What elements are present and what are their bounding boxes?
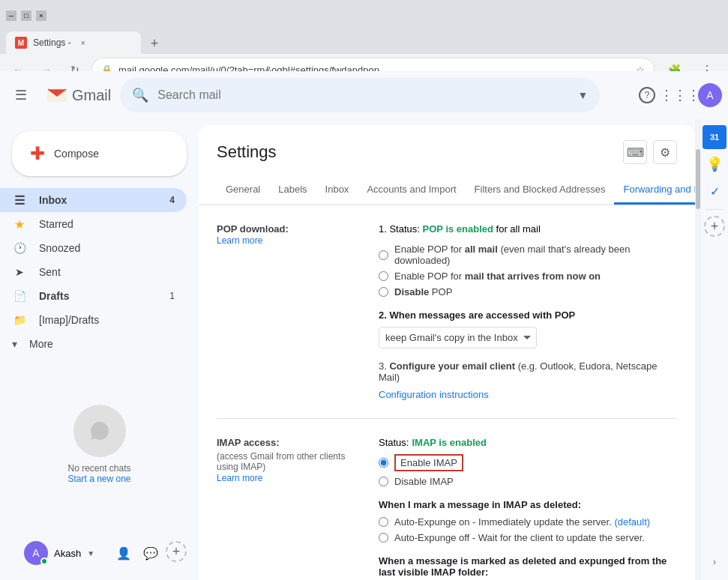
tasks-icon[interactable]: ✓ xyxy=(703,179,727,203)
tab-filters[interactable]: Filters and Blocked Addresses xyxy=(466,176,615,205)
imap-auto-expunge-on-label: Auto-Expunge on - Immediately update the… xyxy=(394,516,650,528)
pop-option-all-radio: Enable POP for all mail (even mail that'… xyxy=(379,244,677,266)
sidebar-user-chevron: ▼ xyxy=(87,549,94,558)
browser-tab[interactable]: M Settings - × xyxy=(6,31,141,54)
sidebar-item-inbox[interactable]: ☰ Inbox 4 xyxy=(0,188,187,212)
user-section[interactable]: A Akash ▼ xyxy=(12,538,106,568)
calendar-icon[interactable]: 31 xyxy=(703,125,727,149)
settings-title: Settings xyxy=(217,142,277,162)
pop-all-mail-radio[interactable] xyxy=(379,250,388,260)
imap-expunge-section: When a message is marked as deleted and … xyxy=(379,555,677,580)
imap-auto-expunge-off-label: Auto-Expunge off - Wait for the client t… xyxy=(394,532,645,543)
tab-accounts[interactable]: Accounts and Import xyxy=(358,176,465,205)
imap-enable-radio[interactable] xyxy=(379,458,388,468)
imap-drafts-icon: 📁 xyxy=(12,314,27,326)
close-button[interactable]: × xyxy=(36,10,46,21)
sidebar-chat-icon[interactable]: 💬 xyxy=(139,541,163,565)
sidebar-item-sent[interactable]: ➤ Sent xyxy=(0,260,187,284)
imap-label-col: IMAP access: (access Gmail from other cl… xyxy=(217,437,367,580)
pop-step1-suffix: for all mail xyxy=(493,223,541,235)
compose-button[interactable]: ✚ Compose xyxy=(12,131,187,176)
no-chats-text: No recent chats xyxy=(67,463,130,474)
compose-label: Compose xyxy=(54,148,99,160)
apps-grid-button[interactable]: ⋮⋮⋮ xyxy=(665,80,695,110)
snoozed-label: Snoozed xyxy=(39,242,175,254)
pop-learn-more[interactable]: Learn more xyxy=(217,235,262,246)
keyboard-icon: ⌨ xyxy=(627,145,644,160)
pop-step2-label: 2. When messages are accessed with POP xyxy=(379,309,677,321)
pop-disable-radio[interactable] xyxy=(379,287,388,297)
search-icon: 🔍 xyxy=(132,87,148,103)
pop-all-mail-label: Enable POP for all mail (even mail that'… xyxy=(394,244,677,266)
imap-disable-radio-option: Disable IMAP xyxy=(379,476,677,487)
pop-step3-text: 3. Configure your email client (e.g. Out… xyxy=(379,360,677,383)
hamburger-menu[interactable]: ☰ xyxy=(6,80,36,110)
pop-step3-prefix: 3. xyxy=(379,360,389,372)
pop-dropdown-container: keep Gmail's copy in the Inbox archive G… xyxy=(379,327,677,348)
config-instructions-link[interactable]: Configuration instructions xyxy=(379,389,489,400)
sent-label: Sent xyxy=(39,266,175,278)
sidebar-item-drafts[interactable]: 📄 Drafts 1 xyxy=(0,284,187,308)
chat-placeholder-icon xyxy=(86,417,113,444)
imap-disable-radio[interactable] xyxy=(379,477,388,486)
right-sidebar: 31 💡 ✓ + › xyxy=(701,119,728,580)
imap-label: IMAP access: xyxy=(217,437,367,448)
tab-labels[interactable]: Labels xyxy=(269,176,316,205)
imap-auto-expunge-off-radio[interactable] xyxy=(379,533,388,543)
gmail-logo[interactable]: Gmail xyxy=(42,80,114,110)
imap-auto-expunge-off-option: Auto-Expunge off - Wait for the client t… xyxy=(379,532,677,543)
notes-icon[interactable]: 💡 xyxy=(703,152,727,176)
imap-status-text: IMAP is enabled xyxy=(412,437,486,448)
sidebar-person-icon[interactable]: 👤 xyxy=(112,541,136,565)
online-indicator xyxy=(40,558,48,565)
tab-general[interactable]: General xyxy=(217,176,269,205)
sidebar-item-snoozed[interactable]: 🕐 Snoozed xyxy=(0,236,187,260)
search-input[interactable] xyxy=(157,88,568,102)
pop-label-col: POP download: Learn more xyxy=(217,223,367,400)
right-sidebar-add-button[interactable]: + xyxy=(704,216,725,237)
pop-from-now-radio[interactable] xyxy=(379,271,388,281)
tab-inbox[interactable]: Inbox xyxy=(316,176,358,205)
tab-close-button[interactable]: × xyxy=(77,37,89,49)
search-dropdown-icon[interactable]: ▼ xyxy=(577,89,588,101)
pop-content: 1. Status: POP is enabled for all mail E… xyxy=(379,223,677,400)
more-label: More xyxy=(29,338,53,350)
maximize-button[interactable]: □ xyxy=(21,10,31,21)
scrollbar-track[interactable] xyxy=(695,119,701,580)
drafts-count: 1 xyxy=(169,291,175,301)
imap-deleted-title: When I mark a message in IMAP as deleted… xyxy=(379,499,677,510)
imap-learn-more[interactable]: Learn more xyxy=(217,473,262,483)
tab-title: Settings - xyxy=(33,37,71,48)
help-button[interactable]: ? xyxy=(632,80,662,110)
sidebar-add-button[interactable]: + xyxy=(166,541,187,562)
keyboard-shortcuts-button[interactable]: ⌨ xyxy=(623,140,647,164)
drafts-icon: 📄 xyxy=(12,290,27,302)
starred-label: Starred xyxy=(39,218,175,230)
tab-forwarding[interactable]: Forwarding and POP/IMAP xyxy=(614,176,695,205)
settings-gear-button[interactable]: ⚙ xyxy=(653,140,677,164)
start-chat-link[interactable]: Start a new one xyxy=(67,474,130,484)
minimize-button[interactable]: ─ xyxy=(6,10,16,21)
pop-section: POP download: Learn more 1. Status: POP … xyxy=(217,223,677,419)
scrollbar-thumb[interactable] xyxy=(696,149,700,209)
gmail-logo-text: Gmail xyxy=(72,87,111,104)
search-bar[interactable]: 🔍 ▼ xyxy=(120,78,600,112)
gear-icon: ⚙ xyxy=(660,145,670,160)
sidebar-item-starred[interactable]: ★ Starred xyxy=(0,212,187,236)
sidebar-more-button[interactable]: ▾ More xyxy=(0,332,187,356)
compose-icon: ✚ xyxy=(30,143,45,164)
new-tab-button[interactable]: + xyxy=(144,33,165,54)
pop-label: POP download: xyxy=(217,223,367,235)
pop-option-disable-radio: Disable POP xyxy=(379,286,677,297)
inbox-count: 4 xyxy=(169,195,175,205)
settings-content: POP download: Learn more 1. Status: POP … xyxy=(199,205,695,580)
pop-status-line: 1. Status: POP is enabled for all mail xyxy=(379,223,677,235)
imap-auto-expunge-on-radio[interactable] xyxy=(379,517,388,527)
pop-from-now-label: Enable POP for mail that arrives from no… xyxy=(394,271,601,282)
sidebar-item-imap-drafts[interactable]: 📁 [Imap]/Drafts xyxy=(0,308,187,332)
user-avatar[interactable]: A xyxy=(698,83,722,107)
pop-action-select[interactable]: keep Gmail's copy in the Inbox archive G… xyxy=(379,327,537,348)
pop-disable-label: Disable POP xyxy=(394,286,452,297)
right-sidebar-divider xyxy=(706,209,724,210)
right-sidebar-chevron[interactable]: › xyxy=(703,550,727,574)
